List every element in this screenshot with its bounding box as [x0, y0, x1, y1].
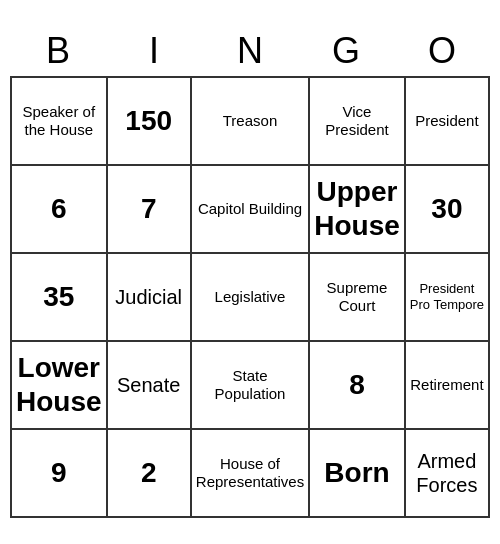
bingo-cell: 30 — [406, 166, 490, 254]
bingo-cell: Judicial — [108, 254, 192, 342]
bingo-cell: Lower House — [12, 342, 108, 430]
bingo-header: B I N G O — [10, 26, 490, 76]
bingo-cell: House of Representatives — [192, 430, 310, 518]
bingo-cell: State Population — [192, 342, 310, 430]
bingo-cell: President — [406, 78, 490, 166]
bingo-cell: Speaker of the House — [12, 78, 108, 166]
header-o: O — [394, 26, 490, 76]
bingo-cell: Supreme Court — [310, 254, 406, 342]
bingo-cell: Armed Forces — [406, 430, 490, 518]
bingo-cell: President Pro Tempore — [406, 254, 490, 342]
bingo-cell: 8 — [310, 342, 406, 430]
bingo-cell: 2 — [108, 430, 192, 518]
bingo-cell: Senate — [108, 342, 192, 430]
bingo-cell: Treason — [192, 78, 310, 166]
header-g: G — [298, 26, 394, 76]
bingo-cell: 150 — [108, 78, 192, 166]
bingo-cell: Upper House — [310, 166, 406, 254]
header-n: N — [202, 26, 298, 76]
bingo-grid: Speaker of the House150TreasonVice Presi… — [10, 76, 490, 518]
bingo-cell: Legislative — [192, 254, 310, 342]
bingo-cell: Born — [310, 430, 406, 518]
bingo-cell: 35 — [12, 254, 108, 342]
bingo-cell: 9 — [12, 430, 108, 518]
bingo-cell: Retirement — [406, 342, 490, 430]
header-i: I — [106, 26, 202, 76]
header-b: B — [10, 26, 106, 76]
bingo-card: B I N G O Speaker of the House150Treason… — [10, 26, 490, 518]
bingo-cell: Capitol Building — [192, 166, 310, 254]
bingo-cell: 7 — [108, 166, 192, 254]
bingo-cell: 6 — [12, 166, 108, 254]
bingo-cell: Vice President — [310, 78, 406, 166]
